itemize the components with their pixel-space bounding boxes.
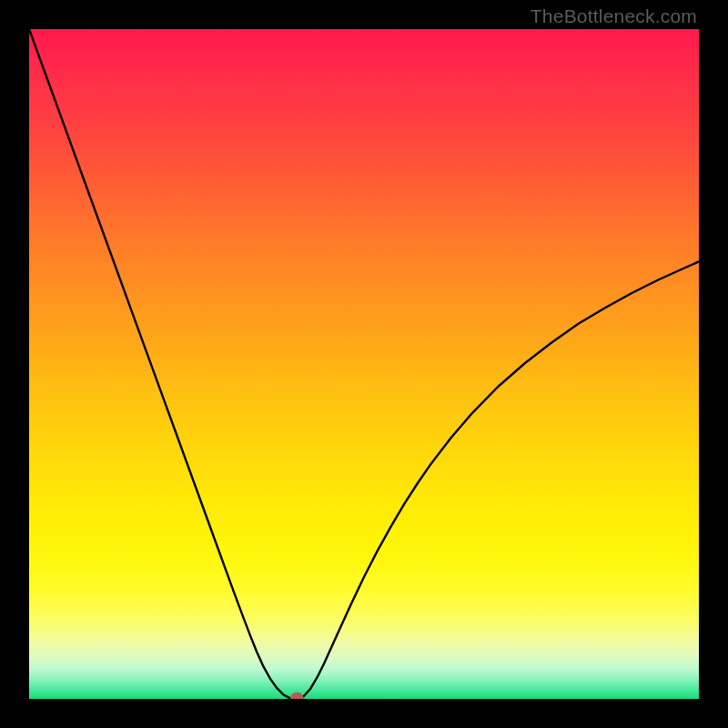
watermark-text: TheBottleneck.com: [531, 5, 697, 27]
plot-area: [29, 29, 699, 699]
curve-layer: [29, 29, 699, 699]
bottleneck-curve: [29, 29, 699, 699]
minimum-marker: [290, 693, 303, 699]
chart-frame: TheBottleneck.com: [0, 0, 728, 728]
